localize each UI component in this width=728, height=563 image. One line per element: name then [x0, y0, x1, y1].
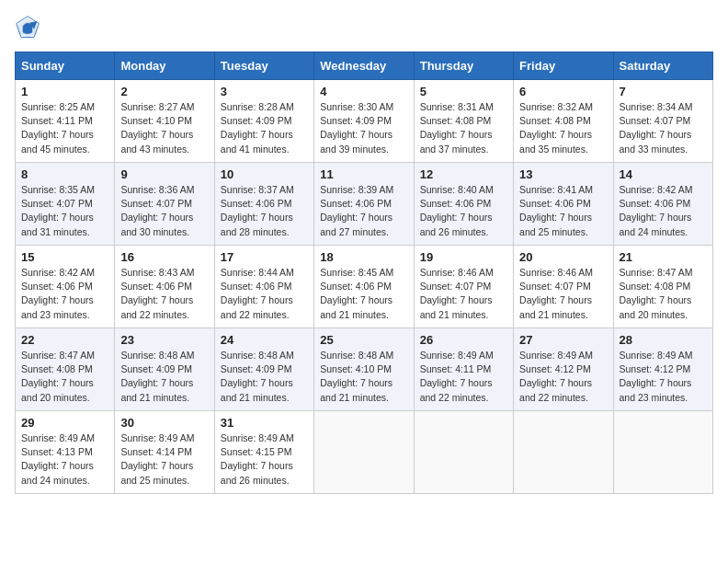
day-detail: Sunrise: 8:47 AM Sunset: 4:08 PM Dayligh… [620, 266, 707, 322]
day-detail: Sunrise: 8:25 AM Sunset: 4:11 PM Dayligh… [21, 100, 108, 156]
day-detail: Sunrise: 8:49 AM Sunset: 4:12 PM Dayligh… [519, 349, 607, 405]
day-number: 27 [519, 333, 607, 347]
day-detail: Sunrise: 8:43 AM Sunset: 4:06 PM Dayligh… [120, 266, 208, 322]
day-detail: Sunrise: 8:48 AM Sunset: 4:09 PM Dayligh… [221, 349, 308, 405]
calendar-cell [613, 411, 712, 494]
day-detail: Sunrise: 8:49 AM Sunset: 4:12 PM Dayligh… [620, 349, 707, 405]
day-number: 8 [21, 167, 108, 181]
day-detail: Sunrise: 8:36 AM Sunset: 4:07 PM Dayligh… [120, 183, 208, 239]
day-number: 16 [120, 250, 208, 264]
calendar-cell: 30Sunrise: 8:49 AM Sunset: 4:14 PM Dayli… [115, 411, 214, 494]
calendar-cell: 7Sunrise: 8:34 AM Sunset: 4:07 PM Daylig… [613, 80, 712, 163]
calendar-cell: 16Sunrise: 8:43 AM Sunset: 4:06 PM Dayli… [115, 246, 214, 328]
day-detail: Sunrise: 8:35 AM Sunset: 4:07 PM Dayligh… [21, 183, 108, 239]
calendar-cell [514, 411, 613, 494]
day-detail: Sunrise: 8:40 AM Sunset: 4:06 PM Dayligh… [420, 183, 507, 239]
day-detail: Sunrise: 8:42 AM Sunset: 4:06 PM Dayligh… [620, 183, 707, 239]
calendar-cell: 14Sunrise: 8:42 AM Sunset: 4:06 PM Dayli… [613, 163, 712, 246]
day-detail: Sunrise: 8:49 AM Sunset: 4:13 PM Dayligh… [21, 431, 108, 488]
day-number: 12 [420, 167, 507, 181]
calendar-cell: 1Sunrise: 8:25 AM Sunset: 4:11 PM Daylig… [16, 80, 115, 163]
day-detail: Sunrise: 8:39 AM Sunset: 4:06 PM Dayligh… [320, 183, 407, 239]
calendar-week-row: 8Sunrise: 8:35 AM Sunset: 4:07 PM Daylig… [16, 163, 713, 246]
calendar-table: SundayMondayTuesdayWednesdayThursdayFrid… [15, 52, 713, 494]
day-number: 5 [420, 85, 507, 98]
day-detail: Sunrise: 8:28 AM Sunset: 4:09 PM Dayligh… [221, 100, 308, 156]
calendar-week-row: 22Sunrise: 8:47 AM Sunset: 4:08 PM Dayli… [16, 328, 713, 411]
day-detail: Sunrise: 8:27 AM Sunset: 4:10 PM Dayligh… [120, 100, 208, 156]
day-number: 2 [120, 85, 208, 98]
day-detail: Sunrise: 8:44 AM Sunset: 4:06 PM Dayligh… [221, 266, 308, 322]
day-detail: Sunrise: 8:34 AM Sunset: 4:07 PM Dayligh… [620, 100, 707, 156]
day-number: 7 [620, 85, 707, 98]
calendar-header-row: SundayMondayTuesdayWednesdayThursdayFrid… [16, 52, 713, 80]
weekday-header-saturday: Saturday [613, 52, 712, 80]
calendar-cell: 11Sunrise: 8:39 AM Sunset: 4:06 PM Dayli… [314, 163, 414, 246]
day-number: 29 [21, 416, 108, 430]
calendar-cell: 5Sunrise: 8:31 AM Sunset: 4:08 PM Daylig… [414, 80, 513, 163]
day-number: 9 [120, 167, 208, 181]
calendar-cell: 17Sunrise: 8:44 AM Sunset: 4:06 PM Dayli… [214, 246, 313, 328]
day-number: 30 [120, 416, 208, 430]
day-number: 21 [620, 250, 707, 264]
weekday-header-friday: Friday [514, 52, 613, 80]
logo-icon [15, 15, 40, 40]
day-number: 17 [221, 250, 308, 264]
calendar-cell: 3Sunrise: 8:28 AM Sunset: 4:09 PM Daylig… [214, 80, 313, 163]
day-detail: Sunrise: 8:48 AM Sunset: 4:09 PM Dayligh… [120, 349, 208, 405]
day-detail: Sunrise: 8:49 AM Sunset: 4:14 PM Dayligh… [120, 431, 208, 488]
calendar-cell: 12Sunrise: 8:40 AM Sunset: 4:06 PM Dayli… [414, 163, 513, 246]
calendar-cell: 8Sunrise: 8:35 AM Sunset: 4:07 PM Daylig… [16, 163, 115, 246]
day-detail: Sunrise: 8:49 AM Sunset: 4:11 PM Dayligh… [420, 349, 507, 405]
day-detail: Sunrise: 8:45 AM Sunset: 4:06 PM Dayligh… [320, 266, 407, 322]
calendar-week-row: 29Sunrise: 8:49 AM Sunset: 4:13 PM Dayli… [16, 411, 713, 494]
calendar-cell: 26Sunrise: 8:49 AM Sunset: 4:11 PM Dayli… [414, 328, 513, 411]
calendar-cell: 4Sunrise: 8:30 AM Sunset: 4:09 PM Daylig… [314, 80, 414, 163]
day-number: 13 [519, 167, 607, 181]
day-number: 3 [221, 85, 308, 98]
day-number: 31 [221, 416, 308, 430]
calendar-cell: 23Sunrise: 8:48 AM Sunset: 4:09 PM Dayli… [115, 328, 214, 411]
day-detail: Sunrise: 8:46 AM Sunset: 4:07 PM Dayligh… [420, 266, 507, 322]
day-number: 18 [320, 250, 407, 264]
calendar-cell: 28Sunrise: 8:49 AM Sunset: 4:12 PM Dayli… [613, 328, 712, 411]
day-number: 14 [620, 167, 707, 181]
day-detail: Sunrise: 8:32 AM Sunset: 4:08 PM Dayligh… [519, 100, 607, 156]
day-number: 24 [221, 333, 308, 347]
calendar-cell: 27Sunrise: 8:49 AM Sunset: 4:12 PM Dayli… [514, 328, 613, 411]
calendar-cell: 2Sunrise: 8:27 AM Sunset: 4:10 PM Daylig… [115, 80, 214, 163]
calendar-cell [414, 411, 513, 494]
day-number: 20 [519, 250, 607, 264]
day-number: 23 [120, 333, 208, 347]
day-number: 11 [320, 167, 407, 181]
day-detail: Sunrise: 8:48 AM Sunset: 4:10 PM Dayligh… [320, 349, 407, 405]
calendar-cell: 29Sunrise: 8:49 AM Sunset: 4:13 PM Dayli… [16, 411, 115, 494]
calendar-cell: 20Sunrise: 8:46 AM Sunset: 4:07 PM Dayli… [514, 246, 613, 328]
day-detail: Sunrise: 8:49 AM Sunset: 4:15 PM Dayligh… [221, 431, 308, 488]
day-number: 26 [420, 333, 507, 347]
day-number: 22 [21, 333, 108, 347]
day-detail: Sunrise: 8:46 AM Sunset: 4:07 PM Dayligh… [519, 266, 607, 322]
day-number: 1 [21, 85, 108, 98]
day-number: 28 [620, 333, 707, 347]
calendar-cell: 21Sunrise: 8:47 AM Sunset: 4:08 PM Dayli… [613, 246, 712, 328]
calendar-cell: 13Sunrise: 8:41 AM Sunset: 4:06 PM Dayli… [514, 163, 613, 246]
page-header [15, 15, 713, 40]
day-number: 4 [320, 85, 407, 98]
weekday-header-monday: Monday [115, 52, 214, 80]
day-detail: Sunrise: 8:30 AM Sunset: 4:09 PM Dayligh… [320, 100, 407, 156]
logo [15, 15, 44, 40]
weekday-header-wednesday: Wednesday [314, 52, 414, 80]
day-number: 10 [221, 167, 308, 181]
day-detail: Sunrise: 8:37 AM Sunset: 4:06 PM Dayligh… [221, 183, 308, 239]
calendar-cell: 24Sunrise: 8:48 AM Sunset: 4:09 PM Dayli… [214, 328, 313, 411]
calendar-cell [314, 411, 414, 494]
day-detail: Sunrise: 8:47 AM Sunset: 4:08 PM Dayligh… [21, 349, 108, 405]
day-number: 19 [420, 250, 507, 264]
weekday-header-tuesday: Tuesday [214, 52, 313, 80]
calendar-cell: 19Sunrise: 8:46 AM Sunset: 4:07 PM Dayli… [414, 246, 513, 328]
weekday-header-sunday: Sunday [16, 52, 115, 80]
calendar-cell: 31Sunrise: 8:49 AM Sunset: 4:15 PM Dayli… [214, 411, 313, 494]
calendar-week-row: 15Sunrise: 8:42 AM Sunset: 4:06 PM Dayli… [16, 246, 713, 328]
day-number: 15 [21, 250, 108, 264]
